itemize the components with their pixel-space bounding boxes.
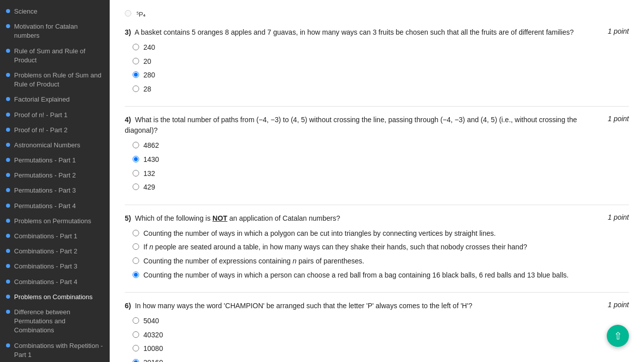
- sidebar-item-combinations-1[interactable]: Combinations - Part 1: [0, 229, 110, 244]
- sidebar-item-combinations-2[interactable]: Combinations - Part 2: [0, 244, 110, 259]
- option-label-q4-1[interactable]: 1430: [143, 155, 159, 165]
- sidebar-item-proof-nl-2[interactable]: Proof of n! - Part 2: [0, 123, 110, 138]
- question-header-5: 5) Which of the following is NOT an appl…: [125, 213, 629, 224]
- sidebar-dot: [6, 219, 10, 223]
- radio-q6-opt3[interactable]: [132, 359, 139, 362]
- sidebar-item-problems-sum-product[interactable]: Problems on Rule of Sum and Rule of Prod…: [0, 68, 110, 92]
- option-item-5-3: Counting the number of ways in which a p…: [132, 270, 629, 281]
- option-item-6-1: 40320: [132, 330, 629, 340]
- radio-q4-opt0[interactable]: [132, 142, 139, 148]
- option-label-q3-3[interactable]: 28: [143, 84, 151, 95]
- option-item-4-3: 429: [132, 183, 629, 193]
- sidebar-item-rule-sum-product[interactable]: Rule of Sum and Rule of Product: [0, 44, 110, 68]
- radio-q4-opt2[interactable]: [132, 170, 139, 176]
- sidebar-item-label: Problems on Permutations: [14, 217, 105, 226]
- sidebar-item-label: Rule of Sum and Rule of Product: [14, 47, 105, 65]
- sidebar-dot: [6, 9, 10, 13]
- sidebar-item-motivation-catalan[interactable]: Motivation for Catalan numbers: [0, 19, 110, 43]
- radio-q5-opt1[interactable]: [132, 243, 139, 250]
- sidebar-item-label: Permutations - Part 4: [14, 202, 105, 211]
- option-label-q6-0[interactable]: 5040: [143, 316, 159, 326]
- option-label-q4-0[interactable]: 4862: [143, 141, 159, 151]
- sidebar-item-factorial-explained[interactable]: Factorial Explained: [0, 92, 110, 107]
- options-list-4: 48621430132429: [125, 141, 629, 192]
- sidebar-item-permutations-2[interactable]: Permutations - Part 2: [0, 168, 110, 183]
- option-item-3-0: 240: [132, 43, 629, 53]
- sidebar-item-label: Proof of n! - Part 2: [14, 126, 105, 135]
- option-label-q3-0[interactable]: 240: [143, 43, 155, 53]
- sidebar-item-problems-permutations[interactable]: Problems on Permutations: [0, 214, 110, 229]
- sidebar-item-combinations-rep-1[interactable]: Combinations with Repetition - Part 1: [0, 338, 110, 363]
- sidebar-item-label: Astronomical Numbers: [14, 141, 105, 150]
- option-label-q4-2[interactable]: 132: [143, 169, 155, 179]
- radio-q3-opt1[interactable]: [132, 58, 139, 64]
- radio-q6-opt0[interactable]: [132, 317, 139, 324]
- option-label-q3-2[interactable]: 280: [143, 70, 155, 80]
- question-header-3: 3) A basket contains 5 oranges 8 apples …: [125, 27, 629, 38]
- question-header-6: 6) In how many ways the word 'CHAMPION' …: [125, 301, 629, 311]
- sidebar-item-combinations-4[interactable]: Combinations - Part 4: [0, 275, 110, 290]
- sidebar-item-label: Combinations with Repetition - Part 1: [14, 341, 105, 359]
- sidebar-item-problems-combinations[interactable]: Problems on Combinations: [0, 290, 110, 305]
- option-item-6-3: 20160: [132, 358, 629, 362]
- sidebar-dot: [6, 249, 10, 253]
- options-list-5: Counting the number of ways in which a p…: [125, 229, 629, 280]
- sidebar-item-label: Combinations - Part 4: [14, 278, 105, 287]
- option-item-5-0: Counting the number of ways in which a p…: [132, 229, 629, 239]
- question-text-3: 3) A basket contains 5 oranges 8 apples …: [125, 27, 600, 38]
- sidebar-item-permutations-1[interactable]: Permutations - Part 1: [0, 153, 110, 168]
- sidebar: ScienceMotivation for Catalan numbersRul…: [0, 0, 110, 362]
- radio-q5-opt2[interactable]: [132, 257, 139, 264]
- sidebar-item-label: Permutations - Part 2: [14, 171, 105, 180]
- question-points-4: 1 point: [608, 115, 629, 123]
- radio-q5-opt3[interactable]: [132, 272, 139, 278]
- radio-q4-opt3[interactable]: [132, 184, 139, 190]
- sidebar-dot: [6, 264, 10, 268]
- sidebar-dot: [6, 188, 10, 192]
- radio-q3-opt3[interactable]: [132, 85, 139, 92]
- radio-q6-opt2[interactable]: [132, 345, 139, 351]
- option-label-q5-0[interactable]: Counting the number of ways in which a p…: [143, 229, 496, 239]
- partial-top-content: ⁵P₄: [125, 5, 629, 27]
- chevron-up-icon: ⇧: [614, 330, 622, 342]
- question-block-4: 4) What is the total number of paths fro…: [125, 115, 629, 192]
- option-label-q6-1[interactable]: 40320: [143, 330, 163, 340]
- sidebar-item-permutations-4[interactable]: Permutations - Part 4: [0, 199, 110, 214]
- sidebar-item-label: Motivation for Catalan numbers: [14, 22, 105, 40]
- radio-q6-opt1[interactable]: [132, 331, 139, 338]
- sidebar-item-label: Factorial Explained: [14, 95, 105, 104]
- option-label-q5-1[interactable]: If n people are seated around a table, i…: [143, 242, 527, 252]
- question-block-5: 5) Which of the following is NOT an appl…: [125, 213, 629, 280]
- sidebar-item-permutations-3[interactable]: Permutations - Part 3: [0, 183, 110, 198]
- sidebar-dot: [6, 173, 10, 177]
- sidebar-dot: [6, 49, 10, 53]
- sidebar-item-diff-perm-comb[interactable]: Difference between Permutations and Comb…: [0, 305, 110, 338]
- option-label-q5-2[interactable]: Counting the number of expressions conta…: [143, 256, 364, 266]
- radio-q5-opt0[interactable]: [132, 230, 139, 236]
- option-label-q3-1[interactable]: 20: [143, 57, 151, 67]
- option-label-q4-3[interactable]: 429: [143, 183, 155, 193]
- sidebar-item-astronomical-numbers[interactable]: Astronomical Numbers: [0, 138, 110, 153]
- sidebar-dot: [6, 295, 10, 299]
- sidebar-item-proof-nl-1[interactable]: Proof of n! - Part 1: [0, 108, 110, 123]
- sidebar-item-label: Permutations - Part 1: [14, 156, 105, 165]
- option-item-6-0: 5040: [132, 316, 629, 326]
- sidebar-item-science[interactable]: Science: [0, 4, 110, 19]
- option-item-5-2: Counting the number of expressions conta…: [132, 256, 629, 266]
- scroll-to-top-button[interactable]: ⇧: [607, 325, 629, 347]
- sidebar-item-label: Permutations - Part 3: [14, 186, 105, 195]
- option-item-4-1: 1430: [132, 155, 629, 165]
- question-header-4: 4) What is the total number of paths fro…: [125, 115, 629, 136]
- sidebar-dot: [6, 204, 10, 208]
- option-label-q6-3[interactable]: 20160: [143, 358, 163, 362]
- sidebar-dot: [6, 128, 10, 132]
- radio-q4-opt1[interactable]: [132, 156, 139, 162]
- question-text-5: 5) Which of the following is NOT an appl…: [125, 213, 600, 224]
- option-label-q6-2[interactable]: 10080: [143, 344, 163, 354]
- option-label-q5-3[interactable]: Counting the number of ways in which a p…: [143, 270, 569, 281]
- sidebar-item-label: Combinations - Part 2: [14, 247, 105, 256]
- sidebar-item-combinations-3[interactable]: Combinations - Part 3: [0, 259, 110, 274]
- radio-q3-opt2[interactable]: [132, 71, 139, 78]
- questions-container: 3) A basket contains 5 oranges 8 apples …: [125, 27, 629, 362]
- radio-q3-opt0[interactable]: [132, 44, 139, 50]
